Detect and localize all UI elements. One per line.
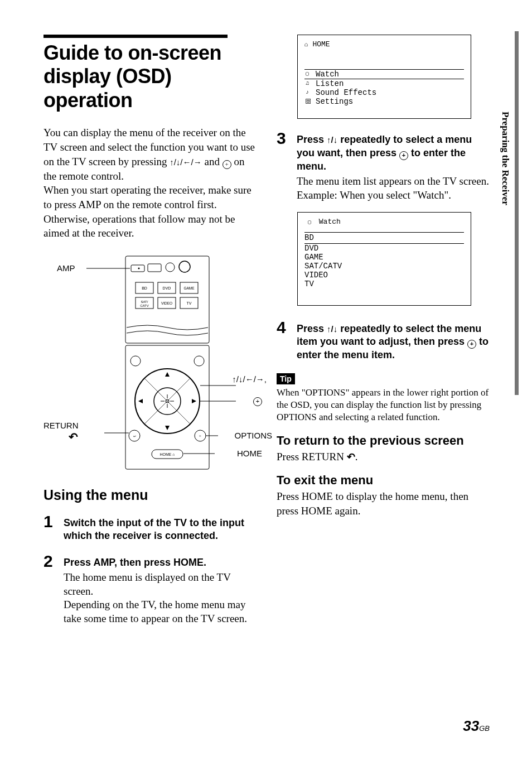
step-number: 3 bbox=[277, 130, 289, 202]
page-title: Guide to on-screen display (OSD) operati… bbox=[43, 41, 259, 112]
step-4: 4 Press ↑/↓ repeatedly to select the men… bbox=[277, 319, 492, 362]
svg-text:≡: ≡ bbox=[199, 434, 201, 439]
enter-icon: + bbox=[467, 340, 476, 349]
svg-text:DVD: DVD bbox=[163, 286, 171, 290]
side-tab-bar bbox=[515, 31, 519, 395]
tip-text: When "OPTIONS" appears in the lower righ… bbox=[277, 387, 492, 423]
bd-button: BD bbox=[142, 286, 147, 290]
step-number: 1 bbox=[43, 513, 56, 543]
enter-label: + bbox=[253, 394, 262, 406]
svg-text:HOME ⌂: HOME ⌂ bbox=[159, 452, 175, 456]
intro-paragraph: You can display the menu of the receiver… bbox=[43, 126, 259, 240]
osd-item: DVD bbox=[304, 244, 464, 253]
exit-body: Press HOME to display the home menu, the… bbox=[277, 489, 492, 518]
tip-badge: Tip bbox=[277, 373, 295, 384]
svg-point-5 bbox=[179, 261, 190, 272]
step-heading: Press ↑/↓ repeatedly to select the menu … bbox=[297, 322, 492, 362]
svg-point-19 bbox=[130, 356, 141, 366]
svg-text:TV: TV bbox=[187, 301, 192, 305]
enter-icon: + bbox=[223, 160, 231, 169]
osd-item-watch: ▢Watch bbox=[304, 69, 464, 79]
svg-point-20 bbox=[194, 356, 204, 366]
title-bar bbox=[43, 35, 228, 38]
return-label: RETURN ↶ bbox=[43, 421, 78, 444]
home-label: HOME bbox=[237, 449, 262, 458]
svg-marker-28 bbox=[165, 372, 170, 377]
return-icon: ↶ bbox=[347, 450, 355, 464]
svg-rect-0 bbox=[125, 256, 209, 343]
home-icon: ⌂ bbox=[304, 41, 308, 48]
step-1: 1 Switch the input of the TV to the inpu… bbox=[43, 513, 259, 543]
settings-icon: 🞖 bbox=[306, 99, 312, 105]
svg-marker-31 bbox=[192, 399, 196, 403]
enter-icon: + bbox=[253, 397, 262, 406]
arrows-icon: ↑/↓/←/→ bbox=[170, 157, 202, 167]
osd-home-screenshot: ⌂ HOME ▢Watch ♫Listen ♪Sound Effects 🞖Se… bbox=[297, 35, 471, 119]
osd-watch-screenshot: ▢ Watch BD DVD GAME SAT/CATV VIDEO TV bbox=[297, 212, 471, 306]
step-body-text: The home menu is displayed on the TV scr… bbox=[64, 571, 259, 626]
osd-item-sound: ♪Sound Effects bbox=[304, 88, 464, 97]
svg-text:CATV: CATV bbox=[140, 304, 149, 307]
note-icon: ♪ bbox=[306, 89, 312, 96]
return-heading: To return to the previous screen bbox=[277, 433, 492, 447]
remote-diagram: BD DVD GAME SAT/ CATV VIDEO TV bbox=[43, 252, 259, 470]
step-heading: Press ↑/↓ repeatedly to select a menu yo… bbox=[297, 133, 492, 173]
amp-label: AMP bbox=[57, 263, 75, 273]
osd-item: SAT/CATV bbox=[304, 262, 464, 271]
step-body-text: The menu item list appears on the TV scr… bbox=[297, 175, 492, 202]
dpad-label: ↑/↓/←/→, bbox=[232, 374, 267, 384]
svg-marker-29 bbox=[165, 426, 170, 430]
svg-rect-3 bbox=[148, 264, 161, 272]
svg-text:↩: ↩ bbox=[133, 435, 136, 438]
step-number: 4 bbox=[277, 319, 289, 362]
return-body: Press RETURN ↶. bbox=[277, 450, 492, 464]
side-tab-label: Preparing the Receiver bbox=[500, 112, 511, 205]
step-number: 2 bbox=[43, 553, 56, 626]
step-3: 3 Press ↑/↓ repeatedly to select a menu … bbox=[277, 130, 492, 202]
page-number: 33GB bbox=[463, 717, 490, 735]
listen-icon: ♫ bbox=[306, 80, 312, 87]
watch-icon: ▢ bbox=[306, 71, 312, 78]
osd-item: VIDEO bbox=[304, 271, 464, 280]
step-heading: Switch the input of the TV to the input … bbox=[64, 517, 259, 543]
osd-item-listen: ♫Listen bbox=[304, 79, 464, 88]
exit-heading: To exit the menu bbox=[277, 473, 492, 487]
svg-text:VIDEO: VIDEO bbox=[161, 301, 172, 305]
options-label: OPTIONS bbox=[234, 431, 272, 440]
svg-text:SAT/: SAT/ bbox=[141, 300, 148, 303]
osd-item: BD bbox=[304, 232, 464, 243]
svg-marker-30 bbox=[138, 399, 143, 403]
step-2: 2 Press AMP, then press HOME. The home m… bbox=[43, 553, 259, 626]
osd-item: TV bbox=[304, 280, 464, 288]
using-menu-heading: Using the menu bbox=[43, 487, 259, 503]
enter-icon: + bbox=[399, 151, 408, 160]
svg-point-2 bbox=[138, 267, 140, 269]
osd-item: GAME bbox=[304, 253, 464, 262]
watch-icon: ▢ bbox=[308, 219, 315, 226]
return-icon: ↶ bbox=[69, 430, 78, 444]
svg-text:GAME: GAME bbox=[183, 286, 195, 290]
osd-item-settings: 🞖Settings bbox=[304, 97, 464, 106]
step-heading: Press AMP, then press HOME. bbox=[64, 556, 259, 569]
svg-rect-1 bbox=[131, 265, 144, 272]
svg-point-4 bbox=[166, 263, 175, 272]
